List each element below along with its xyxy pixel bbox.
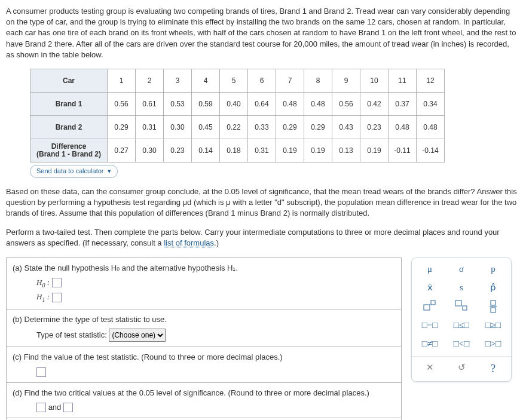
table-cell: 0.48 [304, 92, 332, 115]
palette-xbar-button[interactable]: x̄ [417, 281, 443, 294]
palette-p-button[interactable]: p [480, 263, 506, 275]
part-d: (d) Find the two critical values at the … [7, 383, 401, 418]
table-cell: 0.31 [136, 115, 164, 139]
car-num: 8 [304, 69, 332, 92]
palette-subscript-button[interactable] [448, 300, 475, 313]
palette-fraction-button[interactable] [480, 300, 506, 313]
table-cell: 0.19 [360, 139, 389, 162]
formulas-link[interactable]: list of formulas [164, 238, 214, 247]
h1-label: H1 : [36, 292, 50, 301]
table-cell: 0.22 [220, 115, 248, 139]
table-cell: 0.42 [360, 92, 389, 115]
palette-neq-button[interactable]: □≠□ [417, 338, 443, 350]
table-cell: 0.40 [220, 92, 248, 115]
fraction-icon [489, 300, 497, 313]
table-row: Difference (Brand 1 - Brand 2) 0.27 0.30… [30, 139, 445, 162]
table-cell: 0.30 [164, 115, 192, 139]
table-cell: 0.27 [108, 139, 136, 162]
table-cell: 0.29 [304, 115, 332, 139]
palette-gt-button[interactable]: □>□ [480, 338, 506, 350]
table-cell: 0.29 [108, 115, 136, 139]
chevron-down-icon: ▾ [108, 167, 111, 176]
diff-label-line2: (Brand 1 - Brand 2) [36, 150, 101, 158]
table-cell: 0.31 [248, 139, 276, 162]
diff-label-line1: Difference [51, 142, 87, 151]
car-num: 11 [389, 69, 417, 92]
svg-rect-2 [455, 301, 461, 306]
and-label: and [48, 403, 62, 412]
instructions-text-a: Perform a two-tailed test. Then complete… [6, 228, 500, 247]
table-row: Brand 2 0.29 0.31 0.30 0.45 0.22 0.33 0.… [30, 115, 445, 139]
table-cell: 0.56 [332, 92, 360, 115]
table-cell: 0.14 [192, 139, 220, 162]
car-num: 12 [417, 69, 445, 92]
hypothesis-prompt: Based on these data, can the consumer gr… [6, 186, 517, 219]
car-num: 4 [192, 69, 220, 92]
data-table: Car 1 2 3 4 5 6 7 8 9 10 11 12 Brand 1 0… [30, 69, 445, 163]
table-cell: 0.53 [164, 92, 192, 115]
table-cell: 0.59 [192, 92, 220, 115]
instructions-prompt: Perform a two-tailed test. Then complete… [6, 227, 517, 249]
palette-lt-button[interactable]: □<□ [448, 338, 475, 350]
palette-help-button[interactable]: ? [480, 361, 506, 376]
symbol-palette: μ σ p x̄ s p̂ □=□ □≤□ □≥□ □≠□ □ [411, 257, 512, 382]
palette-exponent-button[interactable] [417, 300, 443, 313]
problem-intro: A consumer products testing group is eva… [6, 6, 517, 60]
table-cell: 0.33 [248, 115, 276, 139]
palette-gte-button[interactable]: □≥□ [480, 319, 506, 332]
table-cell: 0.48 [417, 115, 445, 139]
table-cell: 0.56 [108, 92, 136, 115]
car-num: 5 [220, 69, 248, 92]
palette-clear-button[interactable]: ✕ [417, 361, 443, 376]
svg-rect-3 [463, 306, 467, 310]
row-header-brand1: Brand 1 [30, 92, 108, 115]
part-a-label: (a) State the null hypothesis H₀ and the… [13, 263, 395, 274]
table-cell: 0.19 [304, 139, 332, 162]
palette-mu-button[interactable]: μ [417, 263, 443, 275]
row-header-brand2: Brand 2 [30, 115, 108, 139]
h1-input[interactable] [52, 293, 62, 302]
answer-parts-box: (a) State the null hypothesis H₀ and the… [6, 257, 402, 420]
crit-value-2-input[interactable] [63, 403, 73, 412]
car-num: 1 [108, 69, 136, 92]
table-cell: 0.23 [164, 139, 192, 162]
table-row: Brand 1 0.56 0.61 0.53 0.59 0.40 0.64 0.… [30, 92, 445, 115]
test-stat-input[interactable] [36, 367, 46, 377]
part-d-label: (d) Find the two critical values at the … [13, 388, 395, 398]
table-cell: 0.30 [136, 139, 164, 162]
palette-s-button[interactable]: s [448, 281, 475, 294]
table-cell: 0.34 [417, 92, 445, 115]
table-cell: -0.11 [389, 139, 417, 162]
palette-sigma-button[interactable]: σ [448, 263, 475, 275]
palette-phat-button[interactable]: p̂ [480, 281, 506, 294]
col-header-car: Car [30, 69, 108, 92]
subscript-icon [455, 300, 468, 311]
car-num: 10 [360, 69, 389, 92]
car-num: 2 [136, 69, 164, 92]
svg-rect-4 [491, 301, 496, 305]
table-cell: 0.48 [276, 92, 304, 115]
table-cell: 0.19 [276, 139, 304, 162]
type-stat-label: Type of test statistic: [36, 330, 107, 339]
close-icon: ✕ [426, 363, 434, 372]
table-cell: 0.45 [192, 115, 220, 139]
row-header-difference: Difference (Brand 1 - Brand 2) [30, 139, 108, 162]
reset-icon: ↺ [458, 363, 466, 372]
exponent-icon [423, 300, 436, 311]
part-b-label: (b) Determine the type of test statistic… [13, 314, 395, 325]
car-num: 9 [332, 69, 360, 92]
palette-reset-button[interactable]: ↺ [448, 361, 475, 376]
table-cell: 0.13 [332, 139, 360, 162]
table-cell: -0.14 [417, 139, 445, 162]
palette-equals-button[interactable]: □=□ [417, 319, 443, 332]
part-a: (a) State the null hypothesis H₀ and the… [7, 258, 401, 309]
part-c: (c) Find the value of the test statistic… [7, 347, 401, 382]
crit-value-1-input[interactable] [36, 403, 46, 412]
table-row: Car 1 2 3 4 5 6 7 8 9 10 11 12 [30, 69, 445, 92]
test-statistic-select[interactable]: (Choose one) [109, 329, 166, 342]
palette-lte-button[interactable]: □≤□ [448, 319, 475, 332]
send-data-button[interactable]: Send data to calculator ▾ [30, 165, 118, 177]
table-cell: 0.37 [389, 92, 417, 115]
svg-rect-0 [424, 305, 430, 310]
h0-input[interactable] [52, 278, 62, 287]
